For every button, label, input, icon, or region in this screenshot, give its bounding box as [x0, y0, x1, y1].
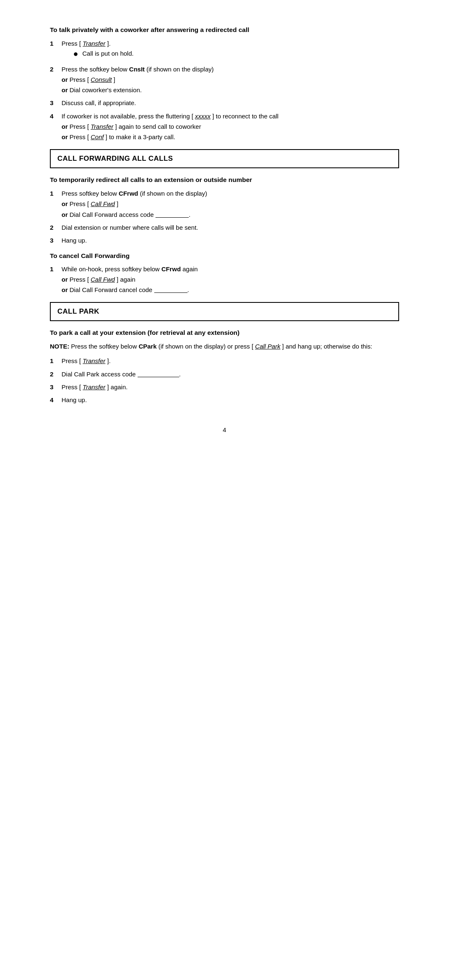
- step-content: Press the softkey below CnsIt (if shown …: [62, 64, 399, 95]
- cpark-bold: CPark: [138, 343, 156, 350]
- cf-subheading: To temporarily redirect all calls to an …: [50, 175, 399, 184]
- call-park-header: CALL PARK: [50, 302, 399, 321]
- step-content: Dial Call Park access code .: [62, 369, 399, 379]
- cfrwd-bold-2: CFrwd: [161, 265, 181, 273]
- cf-step-1: 1 Press softkey below CFrwd (if shown on…: [50, 189, 399, 219]
- blank-line: [155, 217, 189, 218]
- step-content: Press [ Transfer ] again.: [62, 382, 399, 392]
- call-forwarding-header: CALL FORWARDING ALL CALLS: [50, 149, 399, 168]
- step-number: 3: [50, 98, 62, 108]
- step-content: Press [ Transfer ]. ● Call is put on hol…: [62, 39, 399, 61]
- bullet-item: ● Call is put on hold.: [73, 49, 399, 59]
- step-number: 4: [50, 395, 62, 405]
- step-content: Dial extension or number where calls wil…: [62, 223, 399, 232]
- intro-heading: To talk privately with a coworker after …: [50, 25, 399, 34]
- cnslt-bold: CnsIt: [129, 66, 145, 73]
- step-content: Discuss call, if appropriate.: [62, 98, 399, 108]
- blank-line-2: [154, 292, 187, 293]
- step-number: 1: [50, 264, 62, 274]
- cfrwd-bold: CFrwd: [119, 190, 138, 197]
- step-content: Hang up.: [62, 395, 399, 405]
- cp-step-1: 1 Press [ Transfer ].: [50, 356, 399, 366]
- call-forwarding-section: To temporarily redirect all calls to an …: [50, 175, 399, 295]
- or-line-2: or Dial Call Forward cancel code .: [62, 285, 399, 295]
- step-content: While on-hook, press softkey below CFrwd…: [62, 264, 399, 295]
- or-line: or Press [ Consult ]: [62, 75, 399, 84]
- consult-key: Consult: [91, 76, 112, 83]
- step-number: 3: [50, 236, 62, 245]
- step-number: 4: [50, 111, 62, 121]
- or-line: or Press [ Call Fwd ] again: [62, 275, 399, 284]
- or-line-4: or Press [ Conf ] to make it a 3-party c…: [62, 132, 399, 142]
- call-park-section: To park a call at your extension (for re…: [50, 328, 399, 405]
- transfer-key-3: Transfer: [83, 357, 106, 364]
- cp-step-2: 2 Dial Call Park access code .: [50, 369, 399, 379]
- step-number: 1: [50, 189, 62, 198]
- transfer-key-2: Transfer: [91, 123, 113, 130]
- callfwd-key-2: Call Fwd: [91, 276, 115, 283]
- step-content: Press softkey below CFrwd (if shown on t…: [62, 189, 399, 219]
- step-number: 2: [50, 64, 62, 74]
- step-content: Hang up.: [62, 236, 399, 245]
- cp-note: NOTE: Press the softkey below CPark (if …: [50, 341, 399, 351]
- intro-step-3: 3 Discuss call, if appropriate.: [50, 98, 399, 108]
- bullet-text: Call is put on hold.: [82, 49, 133, 58]
- step-number: 2: [50, 223, 62, 232]
- cf-step-3: 3 Hang up.: [50, 236, 399, 245]
- bullet-icon: ●: [73, 49, 82, 59]
- cp-step-4: 4 Hang up.: [50, 395, 399, 405]
- callfwd-key: Call Fwd: [91, 200, 115, 207]
- transfer-key-4: Transfer: [83, 383, 106, 391]
- or-line-3: or Press [ Transfer ] again to send call…: [62, 122, 399, 131]
- cp-subheading: To park a call at your extension (for re…: [50, 328, 399, 337]
- cancel-cf-heading: To cancel Call Forwarding: [50, 251, 399, 260]
- intro-step-4: 4 If coworker is not available, press th…: [50, 111, 399, 142]
- callpark-key: Call Park: [255, 343, 281, 350]
- cf-step-2: 2 Dial extension or number where calls w…: [50, 223, 399, 232]
- blank-line-3: [138, 377, 179, 377]
- step-content: Press [ Transfer ].: [62, 356, 399, 366]
- step-number: 2: [50, 369, 62, 379]
- transfer-key: Transfer: [83, 40, 106, 47]
- xxxxx-key: xxxxx: [195, 113, 211, 120]
- step-content: If coworker is not available, press the …: [62, 111, 399, 142]
- conf-key: Conf: [91, 133, 104, 140]
- intro-step-1: 1 Press [ Transfer ]. ● Call is put on h…: [50, 39, 399, 61]
- step-number: 1: [50, 356, 62, 366]
- step-number: 1: [50, 39, 62, 48]
- intro-step-2: 2 Press the softkey below CnsIt (if show…: [50, 64, 399, 95]
- cancel-cf-step-1: 1 While on-hook, press softkey below CFr…: [50, 264, 399, 295]
- step-number: 3: [50, 382, 62, 392]
- or-line: or Press [ Call Fwd ]: [62, 199, 399, 209]
- cp-step-3: 3 Press [ Transfer ] again.: [50, 382, 399, 392]
- or-line-2: or Dial coworker's extension.: [62, 85, 399, 95]
- or-line-2: or Dial Call Forward access code .: [62, 210, 399, 219]
- intro-section: To talk privately with a coworker after …: [50, 25, 399, 142]
- page-number: 4: [50, 425, 399, 435]
